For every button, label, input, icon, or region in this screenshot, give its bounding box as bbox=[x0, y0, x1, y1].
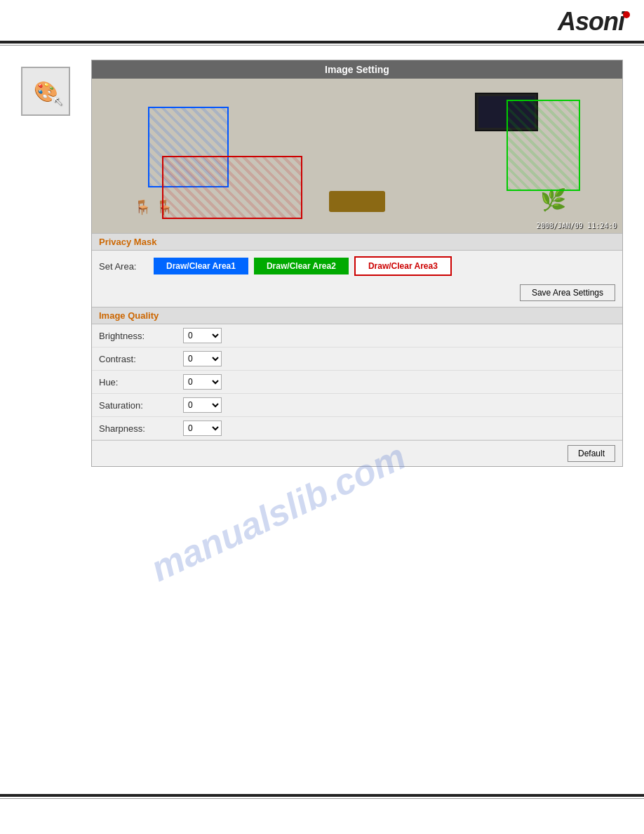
saturation-select-wrap: 01-1 bbox=[183, 397, 615, 413]
header-divider-thin bbox=[0, 45, 644, 46]
sharpness-label: Sharpness: bbox=[92, 417, 176, 440]
camera-view: 🌿 🪑 🪑 2008/JAN/09 11:24:0 bbox=[92, 79, 622, 233]
table-row: Hue: 01-1 bbox=[92, 371, 622, 394]
cursor-icon: ↖ bbox=[53, 93, 63, 109]
brightness-label: Brightness: bbox=[92, 324, 176, 348]
logo-text: Asoni bbox=[558, 7, 624, 37]
set-area-label: Set Area: bbox=[99, 261, 148, 272]
draw-clear-area1-button[interactable]: Draw/Clear Area1 bbox=[154, 258, 248, 274]
area-red-overlay bbox=[162, 156, 302, 219]
set-area-row: Set Area: Draw/Clear Area1 Draw/Clear Ar… bbox=[92, 251, 622, 282]
right-panel: Image Setting 🌿 🪑 🪑 bbox=[91, 60, 623, 467]
main-content: 🎨 ↖ Image Setting 🌿 🪑 🪑 bbox=[0, 60, 644, 467]
draw-clear-area3-button[interactable]: Draw/Clear Area3 bbox=[354, 256, 452, 276]
table-row: Sharpness: 01-1 bbox=[92, 417, 622, 440]
privacy-mask-header: Privacy Mask bbox=[92, 233, 622, 251]
table-decoration bbox=[329, 191, 385, 212]
panel-title: Image Setting bbox=[92, 60, 622, 79]
footer-divider-thin bbox=[0, 798, 644, 799]
image-quality-header: Image Quality bbox=[92, 307, 622, 324]
image-quality-table: Brightness: 01-1 Contrast: bbox=[92, 324, 622, 440]
table-row: Contrast: 01-1 bbox=[92, 348, 622, 371]
logo-dot bbox=[623, 11, 630, 18]
footer-divider-thick bbox=[0, 794, 644, 797]
sharpness-select[interactable]: 01-1 bbox=[183, 421, 222, 436]
footer bbox=[0, 794, 644, 813]
saturation-label: Saturation: bbox=[92, 394, 176, 417]
brightness-select-wrap: 01-1 bbox=[183, 328, 615, 343]
plant-decoration: 🌿 bbox=[540, 187, 566, 212]
nav-icon-box: 🎨 ↖ bbox=[21, 67, 70, 116]
logo: Asoni bbox=[558, 7, 630, 37]
hue-select[interactable]: 01-1 bbox=[183, 374, 222, 390]
hue-select-wrap: 01-1 bbox=[183, 374, 615, 390]
draw-clear-area2-button[interactable]: Draw/Clear Area2 bbox=[254, 258, 349, 274]
header-divider-thick bbox=[0, 41, 644, 44]
area-green-overlay bbox=[507, 100, 580, 191]
contrast-select[interactable]: 01-1 bbox=[183, 351, 222, 366]
table-row: Saturation: 01-1 bbox=[92, 394, 622, 417]
brightness-select[interactable]: 01-1 bbox=[183, 328, 222, 343]
image-setting-panel: Image Setting 🌿 🪑 🪑 bbox=[91, 60, 623, 467]
saturation-select[interactable]: 01-1 bbox=[183, 397, 222, 413]
default-button[interactable]: Default bbox=[568, 445, 615, 462]
sharpness-select-wrap: 01-1 bbox=[183, 421, 615, 436]
save-area-row: Save Area Settings bbox=[92, 282, 622, 307]
left-icon-area: 🎨 ↖ bbox=[21, 60, 77, 467]
default-row: Default bbox=[92, 440, 622, 466]
hue-label: Hue: bbox=[92, 371, 176, 394]
header: Asoni bbox=[0, 0, 644, 41]
contrast-select-wrap: 01-1 bbox=[183, 351, 615, 366]
table-row: Brightness: 01-1 bbox=[92, 324, 622, 348]
contrast-label: Contrast: bbox=[92, 348, 176, 371]
camera-timestamp: 2008/JAN/09 11:24:0 bbox=[537, 222, 617, 230]
save-area-settings-button[interactable]: Save Area Settings bbox=[520, 284, 615, 301]
